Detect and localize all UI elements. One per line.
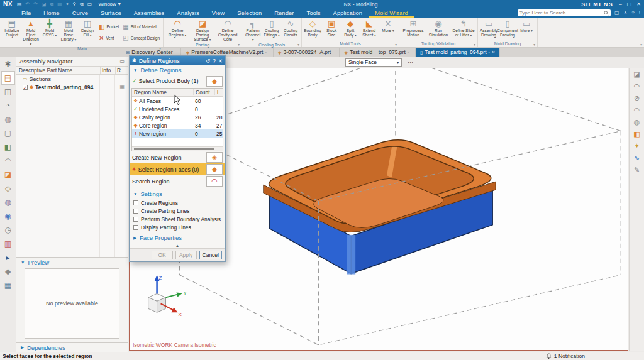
constraint-navigator-icon[interactable]: ◫ — [1, 85, 15, 99]
roles-icon[interactable]: ◆ — [1, 265, 15, 278]
assembly-navigator-icon[interactable]: ▤ — [1, 71, 15, 85]
menu-render[interactable]: Render — [268, 8, 300, 18]
help-icon[interactable]: ? — [631, 10, 634, 16]
mold-eject-direction-button[interactable]: ▲ Mold Eject Direction ▾ — [21, 18, 40, 46]
menu-analysis[interactable]: Analysis — [170, 8, 205, 18]
search-region-button[interactable]: ◠ — [206, 176, 223, 187]
parting-lines-icon[interactable]: ◠ — [634, 106, 640, 116]
gear-icon[interactable]: ✱ — [1, 57, 15, 71]
part-navigator-icon[interactable]: ◔ — [1, 99, 15, 112]
parting-navigator-icon[interactable]: ◠ — [1, 154, 15, 168]
bounding-body-button[interactable]: ◇ Bounding Body — [303, 18, 322, 40]
selection-arrow-icon[interactable]: ▸ — [1, 251, 15, 265]
tab-test-mold-parting[interactable]: ▯ Test mold_parting_094.prt ▫ ✕ — [416, 48, 500, 57]
region-icon[interactable]: ◪ — [1, 168, 15, 182]
menu-selection[interactable]: Selection — [231, 8, 268, 18]
close-button[interactable]: ✕ — [636, 1, 641, 7]
color-palette-icon[interactable]: ▥ — [1, 237, 15, 251]
touch-mode-icon[interactable]: ⌖ — [66, 1, 69, 8]
window-icon[interactable]: ▭ — [87, 1, 92, 7]
view-triad[interactable]: Z Y X — [148, 275, 187, 318]
search-region-row[interactable]: Search Region ◠ — [130, 175, 225, 187]
visibility-checkbox[interactable]: ✓ — [23, 85, 28, 90]
panel-window-icon[interactable]: ▭ — [119, 58, 125, 64]
cooling-fittings-button[interactable]: ▯ Cooling Fittings ▾ — [262, 18, 281, 42]
settings-checkbox-row[interactable]: Create Regions — [130, 199, 225, 207]
preprocess-motion-button[interactable]: ⊞ Preprocess Motion — [401, 18, 426, 40]
tree-row-sections[interactable]: ▭ Sections — [16, 75, 128, 83]
initialize-project-button[interactable]: ▤ Initialize Project — [3, 18, 21, 46]
tab-3-007-000224[interactable]: ◆ 3-007-000224_A.prt — [274, 48, 340, 57]
define-regions-icon[interactable]: ◠ — [634, 82, 640, 92]
design-fill-button[interactable]: ◫ Design Fill ▾ — [78, 18, 97, 46]
curve-icon[interactable]: ∿ — [634, 154, 640, 163]
menu-view[interactable]: View — [206, 8, 231, 18]
pocket-button[interactable]: ◧ Pocket — [97, 23, 120, 31]
minimize-ribbon-icon[interactable]: ∧ — [623, 10, 627, 16]
select-faces-button[interactable]: ◆ — [206, 164, 223, 175]
create-new-region-row[interactable]: Create New Region ◈ — [130, 151, 225, 163]
reuse-library-icon[interactable]: ◍ — [1, 195, 15, 209]
checkbox[interactable] — [133, 200, 138, 205]
design-parting-surface-button[interactable]: ◪ Design Parting Surface ▾ — [190, 18, 215, 42]
box-icon[interactable]: ▢ — [1, 126, 15, 140]
region-table-row[interactable]: ◆ Cavity region 26 28 — [132, 113, 223, 121]
mold-base-library-button[interactable]: ▦ Mold Base Library ▾ — [59, 18, 78, 46]
pin-icon[interactable]: ▫ — [265, 50, 266, 55]
menu-surface[interactable]: Surface — [94, 8, 128, 18]
history-icon[interactable]: ◷ — [1, 223, 15, 237]
mold-icon[interactable]: ◇ — [1, 182, 15, 195]
group-launcher-icon[interactable]: ▾ — [159, 46, 161, 50]
apply-button[interactable]: Apply — [175, 251, 197, 259]
tree-row-part[interactable]: ✓ ◆ Test mold_parting_094 ▦ — [16, 83, 128, 91]
select-region-faces-row[interactable]: ✳ Select Region Faces (0) ◆ — [130, 163, 225, 175]
checkbox[interactable] — [133, 209, 138, 214]
reset-icon[interactable]: ↺ — [206, 58, 210, 64]
parting-surface-icon[interactable]: ◪ — [633, 70, 640, 80]
face-properties-section-header[interactable]: ▶ Face Properties — [130, 233, 225, 243]
product-body-icon[interactable]: ◍ — [634, 118, 640, 128]
close-icon[interactable]: ✕ — [218, 58, 223, 64]
menu-curve[interactable]: Curve — [66, 8, 94, 18]
region-table-row[interactable]: ◆ Core region 34 27 — [132, 121, 223, 129]
vent-button[interactable]: ✕ Vent — [97, 34, 120, 42]
group-launcher-icon[interactable]: ▾ — [474, 43, 475, 46]
pin-icon[interactable]: ▫ — [489, 50, 490, 55]
product-body-button[interactable]: ◆ — [206, 76, 223, 87]
create-region-button[interactable]: ◈ — [206, 152, 223, 163]
define-cavity-and-core-button[interactable]: ◠ Define Cavity and Core — [215, 18, 240, 42]
dependencies-section-header[interactable]: ▶ Dependencies — [16, 342, 128, 352]
preview-section-header[interactable]: ▼ Preview — [16, 257, 128, 266]
define-regions-button[interactable]: ◠ Define Regions ▾ — [165, 18, 190, 42]
sketch-icon[interactable]: ✎ — [634, 166, 640, 175]
menu-assemblies[interactable]: Assemblies — [128, 8, 171, 18]
group-launcher-icon[interactable]: ▾ — [238, 43, 240, 46]
component-drawing-button[interactable]: ▯ Component Drawing — [498, 18, 517, 40]
stock-size-button[interactable]: ▣ Stock Size — [322, 18, 341, 40]
cooling-circuits-button[interactable]: ∿ Cooling Circuits — [281, 18, 300, 42]
tree-icon[interactable]: ◧ — [1, 140, 15, 154]
run-simulation-button[interactable]: ◉ Run Simulation — [426, 18, 451, 40]
ribbon-options-icon[interactable]: ▾ — [640, 43, 642, 46]
more-mold-drawing-button[interactable]: ▭ More ▾ — [517, 18, 536, 40]
search-input[interactable] — [519, 10, 604, 16]
settings-checkbox-row[interactable]: Display Parting Lines — [130, 223, 225, 231]
settings-checkbox-row[interactable]: Perform Sheet Boundary Analysis — [130, 215, 225, 223]
split-body-button[interactable]: ◆ Split Body ▾ — [341, 18, 360, 40]
menu-home[interactable]: Home — [37, 8, 65, 18]
define-regions-section-header[interactable]: ▼ Define Regions — [130, 65, 225, 75]
menu-tools[interactable]: Tools — [300, 8, 326, 18]
close-tab-icon[interactable]: ✕ — [492, 50, 495, 55]
paste-icon[interactable]: ▥ — [57, 1, 62, 7]
settings-section-header[interactable]: ▼ Settings — [130, 189, 225, 199]
microphone-icon[interactable]: ⚲ — [72, 1, 76, 7]
bill-of-material-button[interactable]: ▦ Bill of Material — [121, 23, 161, 31]
concept-design-button[interactable]: ◰ Concept Design — [121, 34, 161, 42]
copy-icon[interactable]: ⧉ — [50, 1, 53, 8]
ok-button[interactable]: OK — [152, 251, 173, 259]
settings-checkbox-row[interactable]: Create Parting Lines — [130, 207, 225, 215]
extend-sheet-button[interactable]: ◣ Extend Sheet ▾ — [360, 18, 379, 40]
help-icon[interactable]: ? — [213, 58, 216, 64]
duplicate-window-icon[interactable]: ⧉ — [80, 1, 84, 8]
select-product-body-row[interactable]: ✓ Select Product Body (1) ◆ — [130, 75, 225, 87]
